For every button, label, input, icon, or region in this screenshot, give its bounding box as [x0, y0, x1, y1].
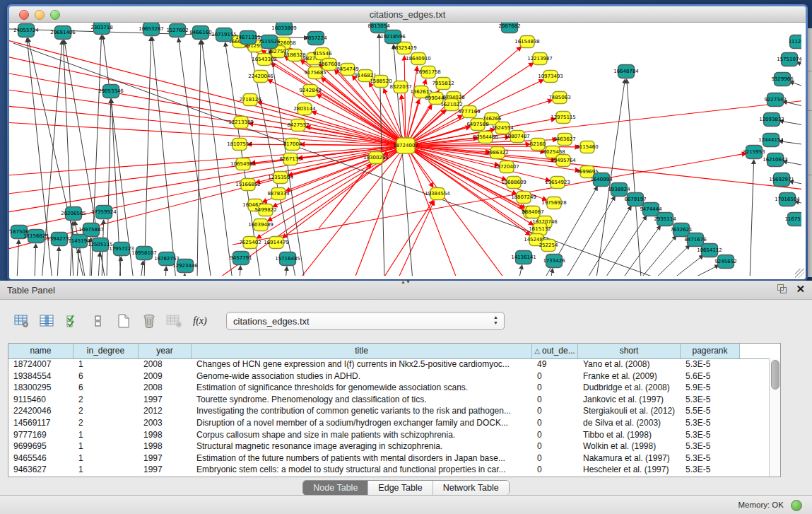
black-edge[interactable]	[586, 206, 631, 276]
vertical-scrollbar[interactable]	[769, 358, 780, 477]
table-cell: Corpus callosum shape and size in male p…	[192, 429, 532, 441]
close-panel-icon[interactable]: ✕	[796, 284, 805, 294]
black-edge[interactable]	[627, 80, 641, 276]
black-edge[interactable]	[688, 265, 718, 276]
node-label: 10973493	[538, 74, 563, 79]
row-filler	[740, 464, 770, 476]
table-cell: 19384554	[8, 370, 73, 382]
network-view-window: citations_edges.txt 18724007966012889129…	[7, 4, 808, 281]
delete-column-icon[interactable]	[140, 312, 158, 330]
node-label: 16961758	[416, 69, 441, 75]
table-row[interactable]: 969969511998Structural magnetic resonanc…	[8, 440, 770, 452]
resize-grip-icon[interactable]	[795, 269, 804, 278]
column-header[interactable]: name	[8, 344, 73, 358]
table-cell: 1	[73, 358, 139, 370]
column-header[interactable]: short	[578, 344, 681, 358]
zoom-window-icon[interactable]	[50, 10, 60, 20]
table-settings-icon[interactable]	[13, 312, 31, 330]
float-panel-icon[interactable]	[777, 284, 787, 294]
table-cell: 0	[532, 452, 578, 465]
splitter-handle[interactable]: ▲▼	[401, 280, 411, 284]
table-row[interactable]: 2242004622012Investigating the contribut…	[8, 405, 770, 417]
black-edge[interactable]	[750, 160, 754, 276]
node-label: 8466160	[189, 30, 211, 35]
column-visibility-icon[interactable]	[38, 312, 57, 330]
delete-table-icon[interactable]	[165, 312, 184, 330]
column-header[interactable]: year	[139, 344, 192, 358]
node-label: 19218596	[380, 34, 406, 40]
node-label: 9884067	[522, 209, 543, 215]
tab-edge-table[interactable]: Edge Table	[368, 481, 433, 495]
black-edge[interactable]	[165, 267, 166, 276]
table-cell: 5.3E-5	[681, 464, 740, 476]
function-builder-icon[interactable]: f(x)	[191, 312, 209, 330]
black-edge[interactable]	[565, 197, 615, 276]
table-selector-dropdown[interactable]: citations_edges.txt ▲▼	[226, 312, 505, 330]
network-canvas[interactable]: 1872400796601288912954182260589827503818…	[9, 23, 806, 279]
red-edge[interactable]	[9, 121, 406, 146]
column-header[interactable]: pagerank	[681, 344, 740, 358]
table-row[interactable]: 977716911998Corpus callosum shape and si…	[8, 429, 770, 441]
node-label: 18640910	[406, 56, 431, 62]
table-cell: 1997	[139, 464, 192, 476]
red-edge[interactable]	[259, 102, 406, 146]
table-cell: 18300295	[8, 382, 73, 394]
column-header[interactable]: title	[192, 344, 532, 358]
red-edge[interactable]	[233, 153, 746, 245]
black-edge[interactable]	[17, 240, 18, 276]
node-label: 6679197	[624, 197, 646, 202]
table-row[interactable]: 1456911722003Disruption of a novel membe…	[8, 417, 770, 429]
table-row[interactable]: 1938455462009Genome-wide association stu…	[8, 370, 770, 382]
black-edge[interactable]	[197, 41, 201, 276]
black-edge[interactable]	[790, 82, 801, 89]
black-edge[interactable]	[152, 37, 176, 276]
network-window-titlebar[interactable]: citations_edges.txt	[9, 6, 806, 23]
select-all-check-icon[interactable]	[64, 312, 82, 330]
scrollbar-thumb[interactable]	[771, 360, 779, 390]
new-column-icon[interactable]	[114, 312, 133, 330]
table-cell: 2	[73, 405, 139, 417]
close-window-icon[interactable]	[19, 10, 29, 20]
table-cell: 2003	[139, 417, 192, 429]
black-edge[interactable]	[98, 253, 100, 276]
red-edge[interactable]	[406, 67, 417, 146]
black-edge[interactable]	[144, 37, 151, 276]
stacked-rows-icon[interactable]	[89, 312, 107, 330]
black-edge[interactable]	[519, 266, 522, 276]
table-row[interactable]: 946362711997Embryonic stem cells: a mode…	[8, 464, 770, 476]
tab-node-table[interactable]: Node Table	[303, 481, 368, 495]
table-cell: 0	[532, 464, 578, 476]
memory-ok-indicator[interactable]	[791, 500, 802, 511]
table-row[interactable]: 946554611997Estimation of the future num…	[8, 452, 770, 465]
black-edge[interactable]	[240, 267, 240, 276]
table-cell: Franke et al. (2009)	[578, 370, 681, 382]
black-edge[interactable]	[639, 236, 676, 276]
fx-label: f(x)	[193, 315, 206, 327]
black-edge[interactable]	[35, 245, 36, 276]
black-edge[interactable]	[141, 262, 143, 276]
node-table: namein_degreeyeartitle△out_de...shortpag…	[8, 343, 781, 477]
table-cell: Tibbo et al. (1998)	[578, 429, 681, 441]
tab-network-table[interactable]: Network Table	[433, 481, 509, 495]
node-label: 20206505	[61, 211, 86, 216]
window-title: citations_edges.txt	[9, 9, 806, 20]
black-edge[interactable]	[551, 269, 553, 276]
black-edge[interactable]	[394, 45, 413, 276]
table-row[interactable]: 911546021997Tourette syndrome. Phenomeno…	[8, 394, 770, 406]
node-label: 16033809	[271, 25, 297, 31]
node-label: 10654982	[230, 161, 256, 167]
table-row[interactable]: 1830029562008Estimation of significance …	[8, 382, 770, 394]
black-edge[interactable]	[286, 267, 287, 276]
black-edge[interactable]	[202, 41, 233, 276]
minimize-window-icon[interactable]	[35, 10, 45, 20]
table-row[interactable]: 1872400712008Changes of HCN gene express…	[8, 358, 770, 370]
black-edge[interactable]	[653, 245, 689, 276]
node-label: 16154838	[514, 39, 540, 45]
black-edge[interactable]	[57, 247, 59, 276]
node-label: 252254	[539, 243, 558, 248]
table-type-tabs: Node TableEdge TableNetwork Table	[0, 480, 812, 496]
red-edge[interactable]	[9, 86, 406, 146]
column-header[interactable]: in_degree	[73, 344, 139, 358]
node-label: 12353594	[268, 175, 293, 180]
column-header[interactable]: △out_de...	[532, 344, 578, 358]
